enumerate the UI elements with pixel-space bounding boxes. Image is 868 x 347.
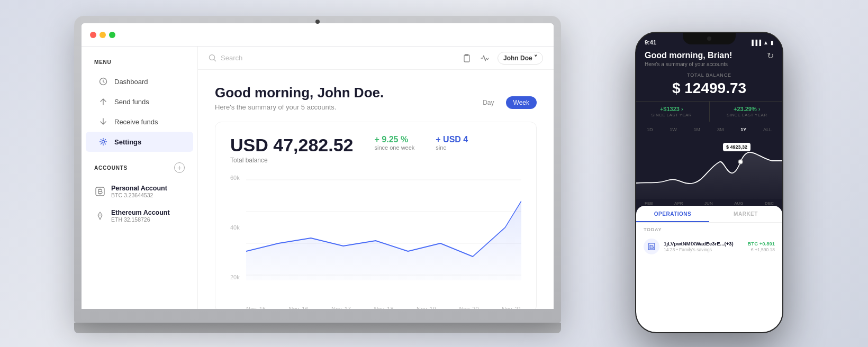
phone-greeting: Good morning, Brian!	[645, 51, 732, 60]
bstat-label-1: SINCE LAST YEAR	[710, 113, 783, 117]
bstat-val-1: +23.29% ›	[710, 106, 783, 112]
transaction-item-0[interactable]: 1jLVpwtNMfXWadEe3rE...(+3) 14:23 • Famil…	[636, 234, 782, 259]
balance-stats: +$1323 › SINCE LAST YEAR +23.29% › SINCE…	[636, 101, 782, 122]
period-week-button[interactable]: Week	[506, 96, 537, 109]
main-content: Search	[198, 47, 554, 309]
menu-label: MENU	[82, 59, 197, 65]
arrow-down-icon	[98, 117, 108, 126]
tx-address: 1jLVpwtNMfXWadEe3rE...(+3)	[664, 241, 744, 246]
close-button[interactable]	[90, 32, 96, 38]
search-icon	[209, 54, 216, 62]
topbar: Search	[198, 47, 554, 70]
maximize-button[interactable]	[109, 32, 115, 38]
laptop-camera	[315, 20, 320, 24]
clock-icon	[98, 77, 108, 86]
balance-label: Total balance	[230, 157, 354, 164]
balance-stat-0: +$1323 › SINCE LAST YEAR	[636, 102, 710, 122]
phone-tab-operations[interactable]: OPERATIONS	[636, 206, 709, 222]
phone-chart-area: $ 4923,32	[636, 135, 782, 199]
phone-header: Good morning, Brian! Here's a summary of…	[636, 48, 782, 72]
search-bar[interactable]: Search	[209, 54, 455, 62]
x-label-4: Nov. 19	[417, 306, 436, 309]
refresh-icon[interactable]: ↻	[767, 51, 774, 61]
period-day-button[interactable]: Day	[475, 96, 501, 109]
phone-tab-market[interactable]: MARKET	[709, 206, 782, 222]
phone-greeting-sub: Here's a summary of your accounts	[645, 61, 732, 67]
sidebar: MENU Dashboard	[82, 47, 198, 309]
app-titlebar	[82, 23, 554, 47]
chart-tab-1w[interactable]: 1W	[667, 126, 679, 133]
battery-icon: ▮	[771, 40, 774, 45]
clipboard-icon[interactable]	[462, 53, 472, 63]
sidebar-item-dashboard[interactable]: Dashboard	[86, 71, 193, 92]
chart-tab-1d[interactable]: 1D	[645, 126, 655, 133]
x-label-feb: FEB	[645, 201, 653, 206]
tx-sub: 14:23 • Family's savings	[664, 247, 744, 252]
stat-blue: + USD 4 sinc	[436, 135, 468, 151]
gear-icon	[98, 137, 108, 147]
y-label-40k: 40k	[230, 224, 240, 231]
phone-chart-xaxis: FEB APR JUN AUG DEC	[636, 201, 782, 206]
x-label-5: Nov. 20	[459, 306, 478, 309]
sidebar-item-send-label: Send funds	[114, 98, 149, 106]
phone-screen: 9:41 ▐▐▐ ▲ ▮ Good morning, Brian! Here's…	[636, 33, 782, 332]
chart-x-labels: Nov. 15 Nov. 16 Nov. 17 Nov. 18 Nov. 19 …	[246, 306, 521, 309]
x-label-0: Nov. 15	[246, 306, 266, 309]
status-icons: ▐▐▐ ▲ ▮	[750, 40, 774, 45]
user-menu[interactable]: John Doe ˅	[498, 52, 543, 65]
total-balance-amount: $ 12499.73	[645, 80, 774, 97]
x-label-3: Nov. 18	[374, 306, 393, 309]
balance-main: USD 47,282.52	[230, 135, 354, 156]
x-label-dec: DEC	[765, 201, 774, 206]
tx-info: 1jLVpwtNMfXWadEe3rE...(+3) 14:23 • Famil…	[664, 241, 744, 252]
search-placeholder: Search	[221, 54, 242, 62]
x-label-aug: AUG	[734, 201, 743, 206]
chart-tab-3m[interactable]: 3M	[715, 126, 726, 133]
activity-icon[interactable]	[480, 53, 490, 63]
laptop-base	[74, 323, 561, 333]
chart-header: USD 47,282.52 Total balance + 9.25 % sin…	[230, 135, 521, 164]
wifi-icon: ▲	[763, 40, 768, 45]
bitcoin-icon	[94, 186, 106, 197]
bstat-label-0: SINCE LAST YEAR	[636, 113, 709, 117]
topbar-actions: John Doe ˅	[462, 52, 543, 65]
laptop-screen: MENU Dashboard	[82, 23, 554, 309]
user-name: John Doe ˅	[503, 54, 537, 62]
ethereum-account-sub: ETH 32.158726	[111, 216, 170, 223]
sidebar-item-settings-label: Settings	[114, 138, 141, 146]
account-item-personal[interactable]: Personal Account BTC 3.23644532	[82, 179, 197, 204]
bstat-val-0: +$1323 ›	[636, 106, 709, 112]
laptop: MENU Dashboard	[74, 16, 561, 333]
phone-bottom-tabs: OPERATIONS MARKET	[636, 206, 782, 223]
chart-area: 60k 40k 20k	[230, 175, 521, 309]
chart-tab-all[interactable]: ALL	[761, 126, 774, 133]
y-label-60k: 60k	[230, 175, 240, 181]
tx-currency: BTC +0.891	[748, 241, 775, 246]
stat-blue-value: + USD 4	[436, 135, 468, 144]
chart-card: USD 47,282.52 Total balance + 9.25 % sin…	[215, 122, 537, 309]
sidebar-item-settings[interactable]: Settings	[86, 132, 193, 152]
account-item-ethereum[interactable]: Ethereum Account ETH 32.158726	[82, 204, 197, 228]
tx-amount: BTC +0.891 € +1,590.18	[748, 241, 775, 252]
svg-point-3	[210, 55, 215, 60]
status-time: 9:41	[645, 39, 656, 45]
chart-y-labels: 60k 40k 20k	[230, 175, 240, 280]
x-label-apr: APR	[674, 201, 683, 206]
chart-tab-1m[interactable]: 1M	[692, 126, 703, 133]
tx-icon	[644, 239, 659, 254]
x-label-jun: JUN	[704, 201, 713, 206]
chart-svg	[246, 175, 521, 280]
add-account-button[interactable]: +	[174, 162, 185, 173]
x-label-2: Nov. 17	[331, 306, 351, 309]
period-selector: Day Week	[475, 96, 537, 109]
sidebar-item-receive-funds[interactable]: Receive funds	[86, 112, 193, 132]
chart-tab-1y[interactable]: 1Y	[738, 126, 748, 133]
ethereum-account-name: Ethereum Account	[111, 209, 170, 216]
minimize-button[interactable]	[100, 32, 106, 38]
phone: 9:41 ▐▐▐ ▲ ▮ Good morning, Brian! Here's…	[635, 32, 783, 333]
x-label-6: Nov. 21	[502, 306, 521, 309]
today-label: TODAY	[636, 223, 782, 234]
chart-tooltip: $ 4923,32	[723, 143, 751, 151]
sidebar-item-send-funds[interactable]: Send funds	[86, 92, 193, 112]
phone-chart-svg	[636, 135, 782, 199]
